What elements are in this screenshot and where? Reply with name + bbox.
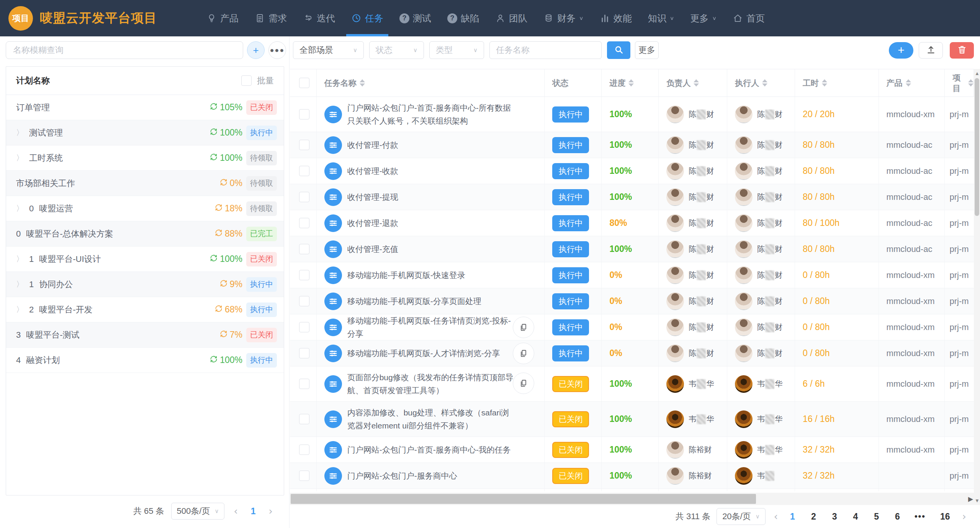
nav-item-需求[interactable]: 需求 — [247, 0, 295, 36]
task-name[interactable]: 门户网站-众包门户-首页-服务商中心-所有数据只关联个人账号，不关联组织架构 — [347, 101, 545, 128]
column-header-任务名称[interactable]: 任务名称 — [317, 69, 545, 96]
column-header-进度[interactable]: 进度 — [602, 69, 659, 96]
batch-checkbox[interactable] — [241, 75, 252, 86]
plan-row[interactable]: 〉0唛盟运营18%待领取 — [6, 196, 284, 221]
task-row[interactable]: 收付管理-退款执行中80%陈财陈财80 / 100hmmcloud-acprj-… — [290, 210, 974, 236]
project-logo[interactable]: 项目 — [8, 6, 33, 31]
row-checkbox[interactable] — [299, 109, 309, 119]
add-task-button[interactable]: + — [889, 42, 913, 59]
plan-more-button[interactable]: ●●● — [268, 41, 286, 59]
expand-arrow-icon[interactable]: 〉 — [16, 203, 24, 214]
plan-row[interactable]: 〉1唛盟平台-UI设计100%已关闭 — [6, 247, 284, 272]
scene-select[interactable]: 全部场景 ∨ — [293, 41, 364, 59]
nav-item-迭代[interactable]: 迭代 — [295, 0, 343, 36]
task-name[interactable]: 门户网站-众包门户-首页-服务商中心-我的任务 — [347, 443, 542, 456]
page-number-16[interactable]: 16 — [936, 512, 954, 522]
delete-button[interactable] — [950, 42, 974, 59]
column-header-项目[interactable]: 项目 — [945, 69, 974, 96]
task-row[interactable]: 页面部分bug修改（我发布的任务详情页顶部导航、首页研发管理工具等）已关闭100… — [290, 366, 974, 402]
type-select[interactable]: 类型 ∨ — [429, 41, 484, 59]
copy-icon[interactable] — [513, 317, 534, 338]
task-name[interactable]: 移动端功能-手机网页版-快速登录 — [347, 269, 496, 282]
row-checkbox[interactable] — [299, 445, 309, 455]
column-header-工时[interactable]: 工时 — [795, 69, 879, 96]
plan-page-number[interactable]: 1 — [247, 506, 260, 517]
expand-arrow-icon[interactable]: 〉 — [16, 254, 24, 264]
page-number-6[interactable]: 6 — [891, 512, 904, 522]
vertical-scrollbar-thumb[interactable] — [975, 78, 979, 216]
task-row[interactable]: 移动端功能-手机网页版-快速登录执行中0%陈财陈财0 / 80hmmcloud-… — [290, 262, 974, 288]
plan-row[interactable]: 3唛盟平台-测试7%已关闭 — [6, 322, 284, 348]
page-number-2[interactable]: 2 — [807, 512, 820, 522]
column-header-产品[interactable]: 产品 — [879, 69, 945, 96]
expand-arrow-icon[interactable]: 〉 — [16, 128, 24, 138]
nav-item-首页[interactable]: 首页 — [725, 0, 773, 36]
plan-prev-page-button[interactable]: ‹ — [231, 505, 240, 517]
row-checkbox[interactable] — [299, 296, 309, 306]
copy-icon[interactable] — [513, 373, 534, 394]
expand-arrow-icon[interactable]: 〉 — [16, 304, 24, 315]
task-name[interactable]: 移动端功能-手机网页版-分享页面处理 — [347, 295, 512, 308]
row-checkbox[interactable] — [299, 270, 309, 280]
plan-row[interactable]: 市场部相关工作0%待领取 — [6, 171, 284, 196]
task-row[interactable]: 门户网站-众包门户-首页-服务商中心-所有数据只关联个人账号，不关联组织架构执行… — [290, 97, 974, 132]
nav-item-知识[interactable]: 知识∨ — [640, 0, 682, 36]
task-row[interactable]: 收付管理-充值执行中100%陈财陈财80 / 80hmmcloud-acprj-… — [290, 236, 974, 262]
add-plan-button[interactable]: + — [247, 41, 265, 59]
task-row[interactable]: 收付管理-提现执行中100%陈财陈财80 / 80hmmcloud-acprj-… — [290, 184, 974, 210]
task-row[interactable] — [290, 489, 974, 491]
row-checkbox[interactable] — [299, 140, 309, 150]
plan-row[interactable]: 0唛盟平台-总体解决方案88%已完工 — [6, 221, 284, 247]
sort-icon[interactable] — [762, 79, 767, 87]
export-button[interactable] — [919, 42, 943, 59]
column-header-负责人[interactable]: 负责人 — [659, 69, 727, 96]
plan-search-input[interactable] — [6, 41, 243, 59]
scroll-down-arrow-icon[interactable]: ▼ — [975, 498, 980, 503]
status-select[interactable]: 状态 ∨ — [369, 41, 424, 59]
task-row[interactable]: 内容添加修改、bug处理、样式修改（safari浏览器对element ui部分… — [290, 402, 974, 437]
sort-icon[interactable] — [694, 79, 699, 87]
task-row[interactable]: 移动端功能-手机网页版-人才详情浏览-分享执行中0%陈财陈财0 / 80hmmc… — [290, 340, 974, 366]
row-checkbox[interactable] — [299, 379, 309, 389]
task-name[interactable]: 移动端功能-手机网页版-人才详情浏览-分享 — [347, 347, 531, 360]
sort-icon[interactable] — [906, 79, 911, 87]
scroll-up-arrow-icon[interactable]: ▲ — [975, 70, 980, 76]
expand-arrow-icon[interactable]: 〉 — [16, 279, 24, 289]
plan-row[interactable]: 〉2唛盟平台-开发68%执行中 — [6, 297, 284, 322]
task-name-input[interactable] — [489, 41, 602, 59]
row-checkbox[interactable] — [299, 192, 309, 202]
horizontal-scrollbar[interactable]: ▶ — [290, 493, 974, 505]
page-number-5[interactable]: 5 — [870, 512, 883, 522]
row-checkbox[interactable] — [299, 471, 309, 481]
row-checkbox[interactable] — [299, 414, 309, 424]
sort-icon[interactable] — [968, 79, 973, 87]
column-header-执行人[interactable]: 执行人 — [727, 69, 795, 96]
page-number-3[interactable]: 3 — [828, 512, 841, 522]
task-name[interactable]: 收付管理-提现 — [347, 191, 429, 204]
task-page-size-select[interactable]: 20条/页 ∨ — [717, 508, 766, 525]
nav-item-缺陷[interactable]: ?缺陷 — [439, 0, 487, 36]
plan-row[interactable]: 〉1协同办公9%执行中 — [6, 272, 284, 297]
plan-row[interactable]: 〉工时系统100%待领取 — [6, 145, 284, 171]
nav-item-任务[interactable]: 任务 — [343, 0, 391, 36]
nav-item-产品[interactable]: 产品 — [198, 0, 247, 36]
task-row[interactable]: 收付管理-付款执行中100%陈财陈财80 / 80hmmcloud-acprj-… — [290, 132, 974, 158]
vertical-scrollbar[interactable]: ▲ ▼ — [974, 69, 980, 505]
nav-item-效能[interactable]: 效能 — [592, 0, 640, 36]
more-filters-button[interactable]: 更多 — [635, 41, 659, 59]
plan-page-size-select[interactable]: 500条/页 ∨ — [171, 503, 225, 520]
task-prev-page-button[interactable]: ‹ — [772, 511, 780, 522]
row-checkbox[interactable] — [299, 322, 309, 332]
plan-row[interactable]: 订单管理105%已关闭 — [6, 95, 284, 120]
scroll-right-arrow-icon[interactable]: ▶ — [968, 495, 973, 503]
row-checkbox[interactable] — [299, 166, 309, 176]
horizontal-scrollbar-thumb[interactable] — [291, 494, 756, 504]
plan-next-page-button[interactable]: › — [267, 505, 275, 517]
search-button[interactable] — [607, 41, 630, 59]
task-row[interactable]: 移动端功能-手机网页版-分享页面处理执行中0%陈财陈财0 / 80hmmclou… — [290, 288, 974, 314]
nav-item-更多[interactable]: 更多∨ — [682, 0, 725, 36]
expand-arrow-icon[interactable]: 〉 — [16, 153, 24, 163]
row-checkbox[interactable] — [299, 348, 309, 358]
nav-item-测试[interactable]: ?测试 — [391, 0, 439, 36]
plan-row[interactable]: 〉测试管理100%执行中 — [6, 120, 284, 145]
